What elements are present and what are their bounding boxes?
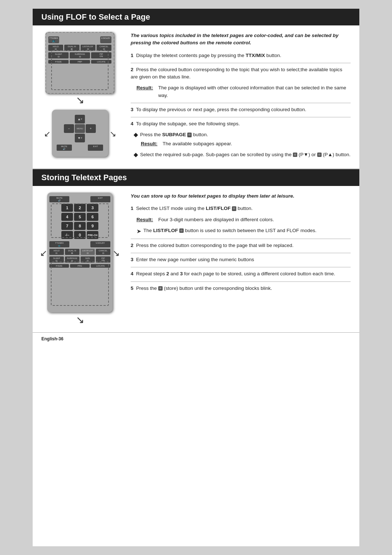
remote-image-bottom: ↙ ▲P − MENU + ▼P: [44, 110, 116, 158]
remote-image-section2: ↙ MUTE🔊 EXIT 1 2: [40, 193, 120, 326]
section1-title: Using FLOF to Select a Page: [33, 9, 359, 25]
listflof-btn: LIST/FLOF⊟: [81, 45, 95, 51]
down-arrow2-icon: ↘: [76, 314, 84, 326]
section1: Using FLOF to Select a Page TTX/MIX📺 V.D…: [33, 9, 359, 169]
ttxmix2-btn: TTX/MIX📺: [49, 241, 69, 247]
footer: English-36: [33, 332, 359, 345]
menu-btn: MENU: [75, 124, 85, 133]
left-arrow2-icon: ↙: [40, 248, 47, 258]
pre-btn: PRE: [70, 264, 90, 268]
section2: Storing Teletext Pages ↙ MUTE🔊 EXIT: [33, 169, 359, 332]
section2-intro: You can store up to four teletext pages …: [131, 193, 351, 200]
note-text: The LIST/FLOF ⊟ button is used to switch…: [143, 227, 317, 234]
hold2-btn: HOLD⊟: [49, 249, 64, 255]
prech-btn: PRE-CH: [87, 231, 98, 239]
num4-btn: 4: [61, 213, 73, 221]
psize-btn: P.SIZE: [48, 60, 69, 64]
num7-btn: 7: [61, 222, 73, 230]
num3-btn: 3: [87, 204, 98, 212]
section1-steps: 1 Display the teletext contents page by …: [131, 52, 351, 159]
pip-btn: PIPON: [91, 52, 111, 58]
vdolby-btn: V.DOLBY: [100, 36, 111, 43]
s2-note: ➤ The LIST/FLOF ⊟ button is used to swit…: [136, 227, 351, 236]
s2-step2: 2 Press the colored button corresponding…: [131, 242, 351, 249]
down-arrow-icon: ↘: [76, 95, 84, 105]
bullet-diamond-1: ◆: [134, 131, 138, 138]
left-arrow-icon: ↙: [44, 129, 50, 139]
ttxmix-label: TTX/MIX: [246, 53, 265, 58]
mute-btn: MUTE🔊: [57, 145, 72, 151]
step4: 4 To display the subpage, see the follow…: [131, 120, 351, 127]
listflof-label: LIST/FLOF: [206, 206, 230, 211]
locate-btn: LOCATE: [91, 60, 111, 64]
sleep-btn: SLEEP⊟: [48, 52, 69, 58]
bullet1: ◆ Press the SUBPAGE ⊟ button. Result: Th…: [134, 131, 351, 147]
result-label-s2-1: Result:: [136, 216, 155, 223]
pip2-btn: PIPON: [96, 256, 110, 263]
remote-image-top: TTX/MIX📺 V.DOLBY HOLD⊟ DUAL III⊠ LIST/FL…: [45, 32, 114, 105]
dual2-btn: DUAL III⊠: [65, 249, 79, 255]
size-btn: SIZE⊟: [81, 256, 95, 263]
subpage-btn: SUBPAGE⊟: [70, 52, 90, 58]
vdolby2-btn: V.DOLBY: [90, 241, 110, 247]
pbp-btn: PBP: [70, 60, 90, 64]
up-btn: ▲P: [75, 115, 85, 123]
right-arrow-icon: ↘: [110, 129, 116, 139]
result-text-2: The available subpages appear.: [163, 140, 232, 147]
num8-btn: 8: [74, 222, 86, 230]
step3-text: Enter the new page number using the nume…: [136, 257, 254, 262]
left-btn: −: [64, 124, 74, 133]
section2-content: ↙ MUTE🔊 EXIT 1 2: [33, 186, 359, 332]
result-text-s2-1: Four 3-digit numbers are displayed in di…: [158, 216, 274, 223]
num6-btn: 6: [87, 213, 98, 221]
sleep2-btn: SLEEP⊟: [49, 256, 64, 263]
num5-btn: 5: [74, 213, 86, 221]
locate2-btn: LOCATE: [91, 264, 110, 268]
pdown-icon: ⊟: [293, 153, 297, 157]
subpage-icon: ⊟: [187, 133, 192, 137]
num2-btn: 2: [74, 204, 86, 212]
ttx-mix-btn: TTX/MIX📺: [48, 36, 59, 43]
hold-btn: HOLD⊟: [48, 45, 63, 51]
main-page: Using FLOF to Select a Page TTX/MIX📺 V.D…: [33, 9, 359, 546]
section1-left: TTX/MIX📺 V.DOLBY HOLD⊟ DUAL III⊠ LIST/FL…: [33, 32, 127, 162]
section2-steps: 1 Select the LIST mode using the LIST/FL…: [131, 205, 351, 292]
bullet2: ◆ Select the required sub-page. Sub-page…: [134, 151, 351, 158]
s2-step1-result: Result: Four 3-digit numbers are display…: [136, 216, 351, 223]
result-label-2: Result:: [141, 140, 160, 147]
num1-btn: 1: [61, 204, 73, 212]
s2-step1: 1 Select the LIST mode using the LIST/FL…: [131, 205, 351, 212]
section1-intro: The various topics included in the telet…: [131, 32, 351, 47]
store-icon: ⊞: [158, 286, 163, 291]
section2-right: You can store up to four teletext pages …: [127, 193, 359, 326]
section2-left: ↙ MUTE🔊 EXIT 1 2: [33, 193, 127, 326]
result-label-1: Result:: [136, 84, 155, 99]
s2-step4: 4 Repeat steps 2 and 3 for each page to …: [131, 270, 351, 278]
psize2-btn: P.SIZE: [49, 264, 69, 268]
dual3-btn: DUAL III⊠: [64, 45, 79, 51]
page-number: English-36: [41, 336, 64, 341]
bullet-diamond-2: ◆: [134, 151, 138, 158]
s2-step3: 3 Enter the new page number using the nu…: [131, 256, 351, 263]
exit2-btn: EXIT: [90, 196, 110, 202]
section2-title: Storing Teletext Pages: [33, 169, 359, 186]
mute2-btn: MUTE🔊: [49, 196, 69, 202]
bullet1-text: Press the SUBPAGE ⊟ button.: [140, 131, 208, 138]
step2: 2 Press the coloured button correspondin…: [131, 66, 351, 81]
num0-btn: 0: [74, 231, 86, 239]
bullet2-text: Select the required sub-page. Sub-pages …: [140, 151, 351, 158]
result-text-1: The page is displayed with other coloure…: [158, 84, 351, 99]
subpage2-btn: SUBPAGE⊟: [65, 256, 79, 263]
listflof-icon: ⊟: [232, 206, 236, 211]
pup-icon: ⊟: [317, 153, 322, 157]
step3: 3 To display the previous or next page, …: [131, 106, 351, 113]
section1-content: TTX/MIX📺 V.DOLBY HOLD⊟ DUAL III⊠ LIST/FL…: [33, 25, 359, 169]
listflof2-btn: LIST/FLOF⊟: [81, 249, 95, 255]
step1: 1 Display the teletext contents page by …: [131, 52, 351, 59]
listflof-note-icon: ⊟: [179, 228, 184, 233]
note-arrow-icon: ➤: [136, 227, 141, 236]
cancel2-btn: CANCEL⊟: [96, 249, 110, 255]
right-arrow2-icon: ↘: [113, 248, 120, 258]
cancel-btn: CANCEL⊟: [97, 45, 111, 51]
down-btn: ▼P: [75, 134, 85, 142]
